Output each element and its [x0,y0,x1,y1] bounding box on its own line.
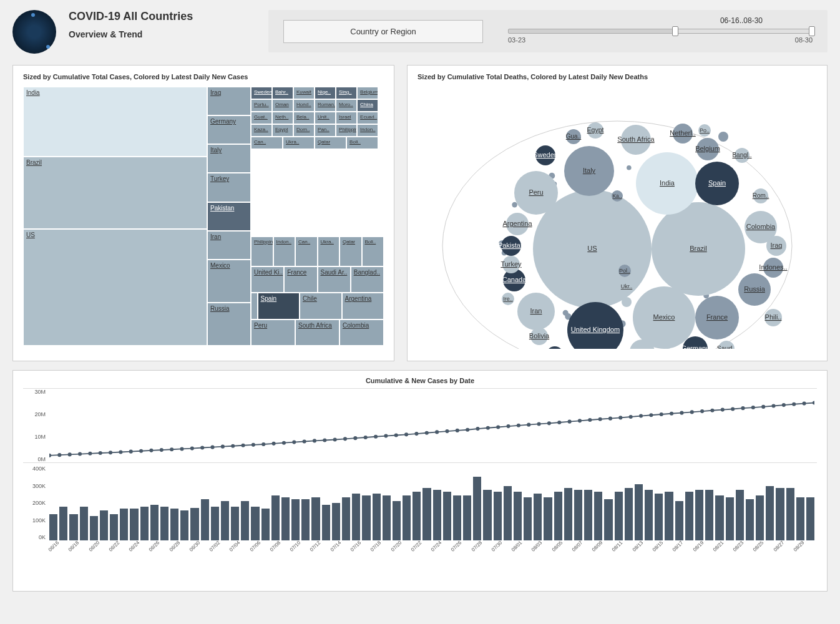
bar[interactable] [221,501,229,540]
treemap-cell[interactable]: India [23,87,207,157]
bar[interactable] [383,495,391,540]
treemap-cell[interactable] [382,143,383,149]
treemap-cell[interactable] [382,174,383,180]
treemap-cell[interactable]: Ukra.. [318,236,340,266]
bar[interactable] [342,497,350,540]
bar[interactable] [281,497,290,540]
bar[interactable] [100,510,108,540]
treemap-cell[interactable] [382,218,383,224]
bar[interactable] [766,486,774,540]
bar[interactable] [190,508,198,541]
treemap-cell[interactable]: Iraq [207,87,251,115]
treemap-cell[interactable]: Italy [207,144,251,173]
bar[interactable] [625,488,633,540]
bar[interactable] [483,490,491,540]
treemap-cell[interactable] [382,137,383,143]
bar[interactable] [433,490,441,540]
treemap-cell[interactable]: Bela.. [293,112,315,124]
bar[interactable] [715,495,723,540]
combo-chart[interactable]: 30M20M10M0M 400K300K200K100K0K 06/1606/1… [23,388,817,575]
treemap-cell[interactable]: Chile [300,293,341,319]
bar[interactable] [130,509,138,540]
treemap-cell[interactable]: Egypt [272,124,293,137]
country-region-filter[interactable]: Country or Region [283,20,483,43]
treemap-cell[interactable]: France [284,266,317,293]
treemap-cell[interactable]: Mexico [207,260,251,303]
bar[interactable] [494,492,502,540]
treemap-cell[interactable]: Turkey [207,173,251,202]
treemap-cell[interactable]: Bahr.. [272,87,293,99]
treemap-cell[interactable]: Kaza.. [251,124,272,137]
treemap-cell[interactable] [382,212,383,218]
bar[interactable] [806,497,814,540]
slider-selected-range[interactable] [675,29,812,33]
bar[interactable] [140,507,149,540]
bar[interactable] [504,486,512,540]
bar[interactable] [301,499,310,540]
treemap-cell[interactable] [382,87,383,93]
treemap-cell[interactable]: Philippin.. [336,124,357,137]
treemap-cell[interactable]: Boli.. [346,137,378,149]
bar[interactable] [332,503,340,540]
treemap-cell[interactable]: Pan.. [315,124,336,137]
bar[interactable] [514,492,522,540]
treemap-cell[interactable]: Boli.. [362,236,384,266]
bar[interactable] [463,495,471,540]
bar[interactable] [352,494,360,540]
bar[interactable] [655,494,663,540]
slider-handle-start[interactable] [672,26,678,36]
treemap-cell[interactable]: Philippin.. [251,236,273,266]
bar[interactable] [373,494,381,540]
bar[interactable] [524,497,532,540]
treemap-cell[interactable]: US [23,229,207,346]
treemap-cell[interactable] [382,124,383,130]
treemap-cell[interactable]: Qatar [339,236,362,266]
bar[interactable] [251,507,259,540]
treemap-cell[interactable]: China [357,99,378,112]
treemap-cell[interactable] [382,93,383,99]
bar[interactable] [574,490,582,540]
bar[interactable] [110,514,118,540]
treemap-cell[interactable] [382,149,383,155]
bar[interactable] [564,488,572,540]
treemap-cell[interactable]: Banglad.. [351,266,384,293]
treemap-cell[interactable]: Neth.. [272,112,293,124]
date-range-slider[interactable]: 06-16..08-30 03-23 08-30 [508,19,813,44]
treemap-cell[interactable]: Pakistan [207,202,251,231]
line-chart-area[interactable]: 30M20M10M0M [23,388,817,463]
slider-handle-end[interactable] [809,26,815,36]
bar[interactable] [554,492,562,540]
treemap-cell[interactable]: Indon.. [357,124,378,137]
treemap-cell[interactable]: Oman [272,99,293,112]
bar[interactable] [705,490,713,540]
bar[interactable] [453,495,461,540]
bar[interactable] [665,492,673,540]
treemap-cell[interactable]: Ukra.. [283,137,315,149]
treemap-cell[interactable] [382,187,383,193]
treemap-cell[interactable] [382,168,383,174]
treemap-cell[interactable]: Belgium [357,87,378,99]
treemap-cell[interactable]: Roman.. [315,99,336,112]
treemap-cell[interactable] [382,130,383,137]
bar[interactable] [120,509,128,540]
treemap-cell[interactable]: Portu.. [251,99,272,112]
bar[interactable] [695,490,703,540]
bar[interactable] [393,501,401,540]
treemap-cell[interactable]: Moro.. [336,99,357,112]
treemap-cell[interactable]: Sweden [251,87,272,99]
bar[interactable] [271,495,280,540]
treemap-cell[interactable]: Germany [207,115,251,144]
treemap-cell[interactable]: Peru [251,319,295,346]
bar[interactable] [160,507,168,540]
bar[interactable] [443,492,451,540]
bar[interactable] [685,492,693,540]
bar[interactable] [776,488,784,540]
treemap-cell[interactable]: Argentina [342,293,384,319]
treemap-cell[interactable]: Israel [336,112,357,124]
bar[interactable] [80,507,88,540]
bar[interactable] [786,488,794,540]
treemap-cell[interactable]: Russia [207,303,251,346]
treemap-cell[interactable]: Unit.. [315,112,336,124]
treemap-cell[interactable] [382,105,383,112]
bar[interactable] [403,495,411,540]
